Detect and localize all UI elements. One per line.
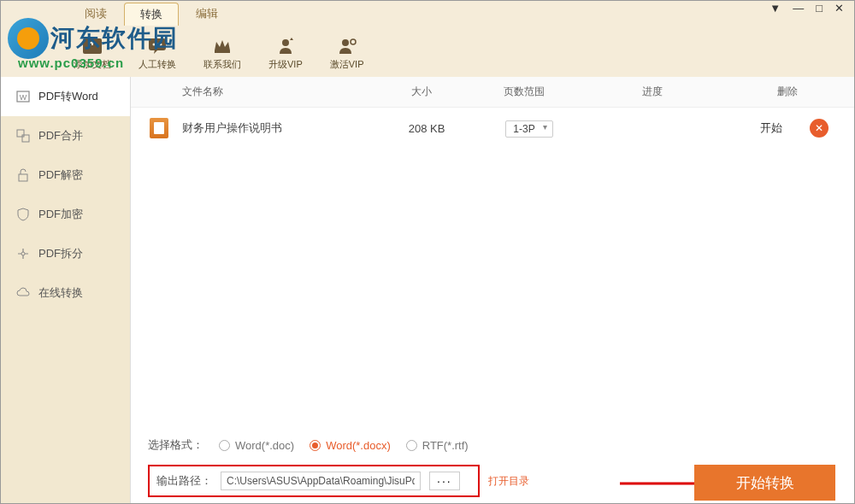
activate-vip-label: 激活VIP <box>330 58 364 71</box>
sidebar-item-online[interactable]: 在线转换 <box>1 273 130 313</box>
maximize-button[interactable]: □ <box>816 2 823 15</box>
contact-label: 联系我们 <box>203 58 241 71</box>
svg-point-10 <box>282 39 289 46</box>
output-path-highlight: 输出路径： ··· <box>148 465 480 497</box>
header-progress: 进度 <box>584 85 721 99</box>
crown-icon <box>210 36 234 56</box>
merge-icon <box>16 129 30 143</box>
table-header: 文件名称 大小 页数范围 进度 删除 <box>131 77 854 108</box>
header-delete: 删除 <box>721 85 854 99</box>
svg-rect-16 <box>17 130 24 137</box>
sidebar-label: PDF合并 <box>38 128 83 144</box>
toolbar: 添加文档 人工转换 联系我们 升级VIP 激活VIP <box>1 29 854 77</box>
sidebar-item-split[interactable]: PDF拆分 <box>1 234 130 273</box>
upgrade-vip-button[interactable]: 升级VIP <box>268 36 303 71</box>
add-document-icon <box>80 36 104 56</box>
sidebar-label: PDF加密 <box>38 207 83 222</box>
output-path-label: 输出路径： <box>156 473 212 489</box>
header-size: 大小 <box>379 85 464 99</box>
start-convert-button[interactable]: 开始转换 <box>694 465 835 501</box>
close-button[interactable]: ✕ <box>834 2 844 15</box>
contact-button[interactable]: 联系我们 <box>203 36 241 71</box>
sidebar: W PDF转Word PDF合并 PDF解密 PDF加密 PD <box>1 77 131 504</box>
start-row-button[interactable]: 开始 <box>760 120 782 136</box>
format-docx-radio[interactable]: Word(*.docx) <box>310 439 391 452</box>
radio-label: Word(*.doc) <box>235 439 294 452</box>
sidebar-item-merge[interactable]: PDF合并 <box>1 116 130 155</box>
svg-point-7 <box>160 43 162 45</box>
svg-point-19 <box>21 252 25 255</box>
svg-point-13 <box>351 39 356 44</box>
svg-text:W: W <box>20 93 27 102</box>
svg-rect-17 <box>22 135 29 142</box>
sidebar-item-encrypt[interactable]: PDF加密 <box>1 195 130 234</box>
header-pagerange: 页数范围 <box>464 85 584 99</box>
cloud-icon <box>16 286 30 300</box>
add-document-button[interactable]: 添加文档 <box>74 36 111 71</box>
main-tabs: 阅读 转换 编辑 <box>1 3 854 26</box>
activate-vip-button[interactable]: 激活VIP <box>330 36 364 71</box>
radio-label: RTF(*.rtf) <box>422 439 469 452</box>
minimize-button[interactable]: — <box>793 2 804 15</box>
format-doc-radio[interactable]: Word(*.doc) <box>219 439 294 452</box>
tab-edit[interactable]: 编辑 <box>180 3 233 26</box>
svg-point-6 <box>156 43 159 45</box>
browse-button[interactable]: ··· <box>429 472 460 490</box>
sidebar-label: 在线转换 <box>38 285 83 301</box>
sidebar-label: PDF拆分 <box>38 246 83 261</box>
page-range-select[interactable]: 1-3P <box>505 120 552 138</box>
svg-point-5 <box>153 43 156 45</box>
radio-icon <box>219 440 230 451</box>
add-document-label: 添加文档 <box>74 58 111 71</box>
pdf-file-icon <box>150 118 168 138</box>
svg-rect-9 <box>215 50 230 53</box>
sidebar-label: PDF转Word <box>38 89 98 104</box>
table-row: 财务用户操作说明书 208 KB 1-3P 开始 ✕ <box>131 108 854 149</box>
radio-label: Word(*.docx) <box>326 439 391 452</box>
format-label: 选择格式： <box>148 437 203 453</box>
tab-convert[interactable]: 转换 <box>124 3 179 26</box>
unlock-icon <box>16 168 30 182</box>
vip-activate-icon <box>335 36 359 56</box>
radio-icon <box>310 440 321 451</box>
upgrade-vip-label: 升级VIP <box>268 58 303 71</box>
row-size: 208 KB <box>384 122 469 135</box>
format-rtf-radio[interactable]: RTF(*.rtf) <box>406 439 469 452</box>
svg-marker-11 <box>290 38 293 44</box>
tab-read[interactable]: 阅读 <box>69 3 122 26</box>
tray-icon[interactable]: ▼ <box>770 2 781 15</box>
svg-marker-8 <box>215 40 230 50</box>
sidebar-item-decrypt[interactable]: PDF解密 <box>1 155 130 195</box>
svg-point-12 <box>342 39 349 46</box>
svg-rect-18 <box>19 174 27 181</box>
shield-icon <box>16 208 30 221</box>
delete-row-button[interactable]: ✕ <box>810 119 828 138</box>
output-path-input[interactable] <box>221 472 421 490</box>
sidebar-label: PDF解密 <box>38 167 83 183</box>
row-filename: 财务用户操作说明书 <box>168 120 384 136</box>
chat-icon <box>145 36 169 56</box>
manual-convert-button[interactable]: 人工转换 <box>139 36 176 71</box>
word-icon: W <box>16 90 30 103</box>
split-icon <box>16 247 30 261</box>
open-directory-link[interactable]: 打开目录 <box>488 474 529 489</box>
radio-icon <box>406 440 417 451</box>
manual-convert-label: 人工转换 <box>139 58 176 71</box>
header-filename: 文件名称 <box>131 85 379 99</box>
vip-upgrade-icon <box>274 36 298 56</box>
sidebar-item-pdf2word[interactable]: W PDF转Word <box>1 77 130 116</box>
main-panel: 文件名称 大小 页数范围 进度 删除 财务用户操作说明书 208 KB 1-3P… <box>131 77 854 504</box>
svg-rect-2 <box>91 40 93 45</box>
